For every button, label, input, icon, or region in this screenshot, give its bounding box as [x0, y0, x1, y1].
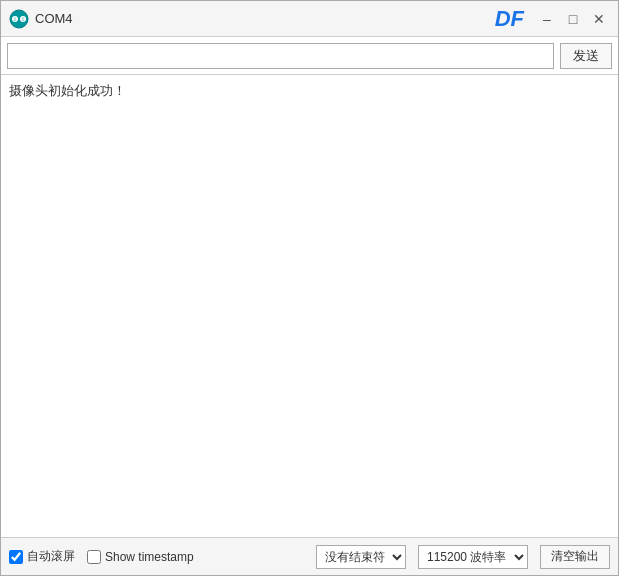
auto-scroll-checkbox[interactable] [9, 550, 23, 564]
status-bar: 自动滚屏 Show timestamp 没有结束符 换行 回车 换行+回车 96… [1, 537, 618, 575]
message-input[interactable] [7, 43, 554, 69]
show-timestamp-checkbox[interactable] [87, 550, 101, 564]
auto-scroll-group: 自动滚屏 [9, 548, 75, 565]
show-timestamp-group: Show timestamp [87, 550, 194, 564]
maximize-button[interactable]: □ [562, 8, 584, 30]
close-button[interactable]: ✕ [588, 8, 610, 30]
main-window: COM4 DF – □ ✕ 发送 摄像头初始化成功！ 自动滚屏 Show tim… [0, 0, 619, 576]
minimize-button[interactable]: – [536, 8, 558, 30]
console-area[interactable]: 摄像头初始化成功！ [1, 75, 618, 537]
baud-rate-select[interactable]: 9600 波特率 19200 波特率 38400 波特率 57600 波特率 1… [418, 545, 528, 569]
title-bar-right: DF – □ ✕ [495, 6, 610, 32]
clear-button[interactable]: 清空输出 [540, 545, 610, 569]
title-bar-left: COM4 [9, 9, 495, 29]
arduino-icon [9, 9, 29, 29]
auto-scroll-label: 自动滚屏 [27, 548, 75, 565]
show-timestamp-label: Show timestamp [105, 550, 194, 564]
console-message: 摄像头初始化成功！ [9, 81, 610, 102]
line-ending-select[interactable]: 没有结束符 换行 回车 换行+回车 [316, 545, 406, 569]
window-title: COM4 [35, 11, 73, 26]
toolbar: 发送 [1, 37, 618, 75]
df-logo: DF [495, 6, 524, 32]
title-bar: COM4 DF – □ ✕ [1, 1, 618, 37]
send-button[interactable]: 发送 [560, 43, 612, 69]
